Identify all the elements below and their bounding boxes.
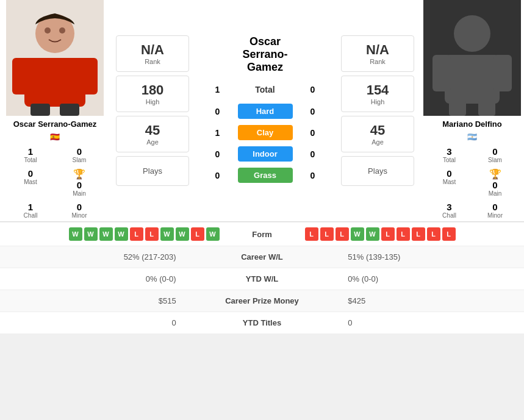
left-slam-cell: 0 Slam — [55, 144, 104, 166]
right-total-cell: 3 Total — [426, 144, 472, 166]
player-left-cards: N/A Rank 180 High 45 Age Plays — [110, 0, 195, 221]
total-row: 1 Total 0 — [195, 82, 335, 98]
left-form-badge: W — [115, 227, 128, 241]
left-main-label: Main — [73, 190, 86, 197]
right-slam-value: 0 — [473, 146, 517, 157]
svg-point-7 — [45, 27, 51, 34]
player-right-stats: 3 Total 0 Slam 0 Mast 🏆 0 Main 3 — [420, 144, 524, 221]
players-section: Oscar Serrano-Gamez 🇪🇸 1 Total 0 Slam 0 … — [0, 0, 524, 222]
right-form-badge: L — [320, 227, 334, 241]
left-total-value: 1 — [7, 146, 54, 157]
indoor-row: 0 Indoor 0 — [195, 146, 335, 162]
form-section: WWWWLLWWLW Form LLLWWLLLLL — [0, 222, 524, 246]
svg-rect-11 — [445, 55, 500, 104]
right-age-label: Age — [345, 138, 410, 146]
right-form-badge: L — [336, 227, 349, 241]
right-form-badge: L — [397, 227, 410, 241]
indoor-btn: Indoor — [238, 146, 293, 162]
total-btn: Total — [238, 82, 293, 98]
right-form-badge: L — [381, 227, 395, 241]
svg-rect-15 — [478, 101, 495, 116]
svg-rect-13 — [493, 55, 512, 91]
left-plays-label: Plays — [143, 166, 162, 176]
ytd-titles-label: YTD Titles — [184, 312, 341, 334]
left-chall-label: Chall — [7, 212, 54, 219]
svg-rect-3 — [12, 58, 34, 94]
clay-row: 1 Clay 0 — [195, 125, 335, 140]
right-chall-label: Chall — [428, 212, 471, 219]
left-age-value: 45 — [120, 123, 185, 138]
left-mast-cell: 0 Mast — [6, 166, 55, 199]
form-left: WWWWLLWWLW — [0, 227, 226, 241]
right-minor-cell: 0 Minor — [472, 199, 518, 221]
left-hard-comp: 0 — [203, 107, 233, 116]
left-total-cell: 1 Total — [6, 144, 55, 166]
left-high-card: 180 High — [116, 76, 189, 112]
career-wl-label: Career W/L — [184, 246, 341, 268]
right-ytd-wl: 0% (0-0) — [340, 268, 524, 290]
career-wl-row: 52% (217-203) Career W/L 51% (139-135) — [0, 246, 524, 268]
ytd-wl-row: 0% (0-0) YTD W/L 0% (0-0) — [0, 268, 524, 290]
svg-rect-14 — [449, 101, 466, 116]
grass-row: 0 Grass 0 — [195, 168, 335, 183]
right-rank-value: N/A — [345, 42, 410, 58]
right-clay-comp: 0 — [298, 128, 328, 138]
left-career-wl: 52% (217-203) — [0, 246, 184, 268]
svg-point-8 — [59, 27, 65, 34]
left-form-badge: W — [160, 227, 174, 241]
left-minor-cell: 0 Minor — [55, 199, 104, 221]
right-high-label: High — [345, 98, 410, 105]
left-rank-label: Rank — [120, 58, 185, 65]
left-main-cell: 🏆 0 Main — [55, 166, 104, 199]
left-high-value: 180 — [120, 82, 185, 98]
player-left-name: Oscar Serrano-Gamez — [11, 116, 99, 131]
left-form-badge: L — [145, 227, 159, 241]
right-age-card: 45 Age — [341, 116, 414, 152]
svg-rect-6 — [60, 104, 79, 116]
right-high-card: 154 High — [341, 76, 414, 112]
right-form-badge: L — [305, 227, 318, 241]
left-main-value: 0 — [77, 180, 82, 190]
left-age-label: Age — [120, 138, 185, 146]
player-left: Oscar Serrano-Gamez 🇪🇸 1 Total 0 Slam 0 … — [0, 0, 110, 221]
svg-point-10 — [454, 15, 490, 52]
left-age-card: 45 Age — [116, 116, 189, 152]
player-right-name: Mariano Delfino — [440, 116, 504, 131]
left-form-badge: L — [130, 227, 143, 241]
form-label: Form — [226, 230, 299, 239]
right-main-cell: 🏆 0 Main — [472, 166, 518, 199]
left-minor-value: 0 — [56, 202, 102, 212]
right-minor-label: Minor — [473, 212, 517, 219]
right-minor-value: 0 — [473, 202, 517, 212]
player-right-photo — [423, 0, 521, 116]
right-age-value: 45 — [345, 123, 410, 138]
left-plays-card: Plays — [116, 156, 189, 186]
left-career-prize: $515 — [0, 290, 184, 312]
form-row: WWWWLLWWLW Form LLLWWLLLLL — [0, 227, 524, 241]
svg-rect-5 — [31, 104, 50, 116]
left-form-badge: W — [176, 227, 189, 241]
right-rank-label: Rank — [345, 58, 410, 65]
left-slam-value: 0 — [56, 146, 102, 157]
left-form-badge: W — [84, 227, 98, 241]
form-right: LLLWWLLLLL — [299, 227, 525, 241]
player-left-flag: 🇪🇸 — [50, 131, 60, 144]
left-form-badge: W — [69, 227, 82, 241]
right-rank-card: N/A Rank — [341, 35, 414, 72]
left-ytd-titles: 0 — [0, 312, 184, 334]
hard-row: 0 Hard 0 — [195, 104, 335, 119]
right-main-label: Main — [489, 190, 502, 197]
left-mast-label: Mast — [7, 179, 54, 185]
main-container: Oscar Serrano-Gamez 🇪🇸 1 Total 0 Slam 0 … — [0, 0, 524, 333]
right-career-prize: $425 — [340, 290, 524, 312]
left-high-label: High — [120, 98, 185, 105]
ytd-titles-row: 0 YTD Titles 0 — [0, 312, 524, 334]
right-hard-comp: 0 — [298, 107, 328, 116]
player-left-photo — [6, 0, 104, 116]
left-chall-cell: 1 Chall — [6, 199, 55, 221]
left-minor-label: Minor — [56, 212, 102, 219]
comparison-section: Oscar Serrano-Gamez 1 Total 0 0 Hard 0 1… — [195, 0, 335, 221]
left-form-badge: W — [99, 227, 113, 241]
right-total-comp: 0 — [298, 85, 328, 94]
right-form-badge: L — [412, 227, 425, 241]
